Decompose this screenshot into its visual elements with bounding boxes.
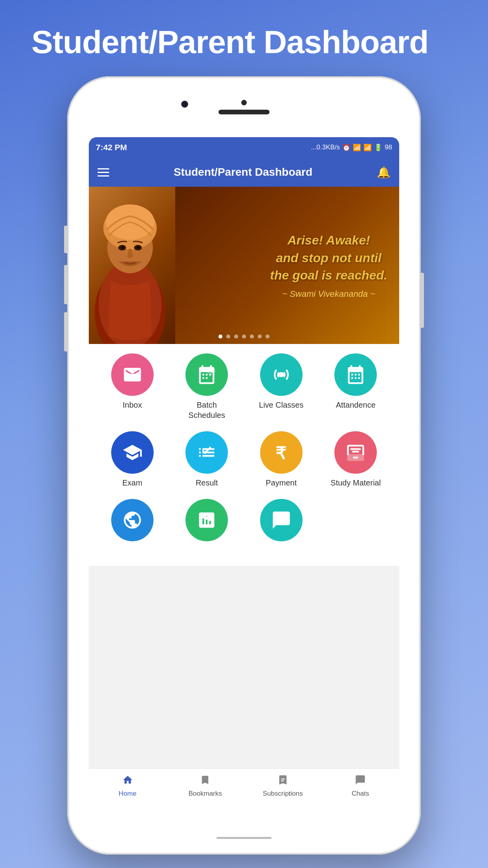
live-classes-label: Live Classes xyxy=(259,400,303,410)
grid-item-payment[interactable]: ₹ Payment xyxy=(254,431,309,488)
grid-row-2: Exam Result ₹ xyxy=(95,431,393,488)
carousel-dot-6[interactable] xyxy=(258,335,262,338)
vivekananda-portrait xyxy=(89,187,173,344)
home-nav-icon xyxy=(122,774,133,788)
nav-item-home[interactable]: Home xyxy=(89,774,167,798)
carousel-dot-7[interactable] xyxy=(266,335,270,338)
study-material-label: Study Material xyxy=(330,478,381,488)
grid-item-attendance[interactable]: Attandence xyxy=(328,353,383,420)
power-button xyxy=(421,273,424,328)
inbox-icon xyxy=(111,353,154,396)
grid-item-study-material[interactable]: Study Material xyxy=(328,431,383,488)
network-speed: ...0.3KB/s xyxy=(311,143,340,151)
svg-point-13 xyxy=(279,372,284,377)
volume-silent-button xyxy=(64,226,67,253)
banner-portrait xyxy=(89,187,175,344)
banner-author: ~ Swami Vivekananda ~ xyxy=(270,289,387,299)
wifi-icon: 📶 xyxy=(363,143,372,152)
chats-nav-icon xyxy=(355,774,366,788)
status-time: 7:42 PM xyxy=(96,143,127,152)
subscriptions-grid-icon xyxy=(260,499,303,541)
svg-point-9 xyxy=(137,246,140,249)
battery-percent: 98 xyxy=(385,143,392,151)
nav-item-subscriptions[interactable]: Subscriptions xyxy=(244,774,322,798)
svg-point-12 xyxy=(207,366,215,375)
carousel-dots xyxy=(218,335,270,338)
bookmarks-nav-icon xyxy=(200,774,211,788)
phone-screen: 7:42 PM ...0.3KB/s ⏰ 📶 📶 🔋 98 Student/Pa… xyxy=(89,137,399,804)
grid-row-1: Inbox BatchSchedules xyxy=(95,353,393,420)
grid-item-exam[interactable]: Exam xyxy=(105,431,160,488)
result-label: Result xyxy=(196,478,218,488)
app-bar-title: Student/Parent Dashboard xyxy=(174,166,312,178)
batch-schedules-icon xyxy=(185,353,228,396)
globe-icon xyxy=(111,499,154,541)
grid-item-batch-schedules[interactable]: BatchSchedules xyxy=(179,353,234,420)
exam-icon xyxy=(111,431,154,474)
alarm-icon: ⏰ xyxy=(342,143,350,152)
svg-text:₹: ₹ xyxy=(275,444,286,463)
chats-nav-label: Chats xyxy=(352,790,369,798)
home-indicator xyxy=(216,837,272,839)
volume-down-button xyxy=(64,312,67,351)
carousel-dot-4[interactable] xyxy=(242,335,246,338)
svg-rect-10 xyxy=(127,374,138,375)
camera-dot xyxy=(241,100,247,105)
grid-item-subscriptions[interactable] xyxy=(254,499,309,545)
svg-rect-11 xyxy=(127,376,135,378)
grid-item-globe[interactable] xyxy=(105,499,160,545)
grid-item-inbox[interactable]: Inbox xyxy=(105,353,160,420)
subscriptions-nav-icon xyxy=(277,774,288,788)
payment-icon: ₹ xyxy=(260,431,303,474)
carousel-dot-5[interactable] xyxy=(250,335,254,338)
grid-item-result[interactable]: Result xyxy=(179,431,234,488)
live-classes-icon xyxy=(260,353,303,396)
carousel-dot-2[interactable] xyxy=(226,335,230,338)
grid-row-3 xyxy=(95,499,393,545)
volume-up-button xyxy=(64,265,67,304)
home-nav-label: Home xyxy=(119,790,136,798)
banner-carousel[interactable]: Arise! Awake!and stop not untilthe goal … xyxy=(89,187,399,344)
app-bar: Student/Parent Dashboard 🔔 xyxy=(89,158,399,187)
battery-icon: 🔋 xyxy=(374,143,382,152)
bookmarks-grid-icon xyxy=(185,499,228,541)
attendance-label: Attandence xyxy=(336,400,376,410)
banner-quote-text: Arise! Awake!and stop not untilthe goal … xyxy=(270,232,387,284)
phone-mockup: 7:42 PM ...0.3KB/s ⏰ 📶 📶 🔋 98 Student/Pa… xyxy=(67,76,421,855)
carousel-dot-3[interactable] xyxy=(234,335,238,338)
signal-icon: 📶 xyxy=(353,143,361,152)
batch-schedules-label: BatchSchedules xyxy=(189,400,225,420)
payment-label: Payment xyxy=(266,478,297,488)
attendance-icon xyxy=(334,353,377,396)
grid-item-bookmarks[interactable] xyxy=(179,499,234,545)
nav-item-bookmarks[interactable]: Bookmarks xyxy=(167,774,244,798)
svg-point-8 xyxy=(121,246,124,249)
speaker xyxy=(218,110,270,114)
bookmarks-nav-label: Bookmarks xyxy=(189,790,222,798)
nav-item-chats[interactable]: Chats xyxy=(322,774,400,798)
front-camera xyxy=(181,101,188,108)
result-icon xyxy=(185,431,228,474)
notification-bell-icon[interactable]: 🔔 xyxy=(377,166,391,179)
study-material-icon xyxy=(334,431,377,474)
carousel-dot-1[interactable] xyxy=(218,335,222,338)
page-title: Student/Parent Dashboard xyxy=(0,0,488,76)
bottom-navigation: Home Bookmarks Subscriptions xyxy=(89,768,399,804)
exam-label: Exam xyxy=(122,478,142,488)
menu-button[interactable] xyxy=(97,168,109,177)
banner-quote-container: Arise! Awake!and stop not untilthe goal … xyxy=(270,232,387,299)
status-icons: ...0.3KB/s ⏰ 📶 📶 🔋 98 xyxy=(311,143,392,152)
status-bar: 7:42 PM ...0.3KB/s ⏰ 📶 📶 🔋 98 xyxy=(89,137,399,158)
inbox-label: Inbox xyxy=(123,400,142,410)
grid-item-live-classes[interactable]: Live Classes xyxy=(254,353,309,420)
subscriptions-nav-label: Subscriptions xyxy=(263,790,303,798)
svg-rect-16 xyxy=(353,457,358,458)
dashboard-grid: Inbox BatchSchedules xyxy=(89,344,399,566)
